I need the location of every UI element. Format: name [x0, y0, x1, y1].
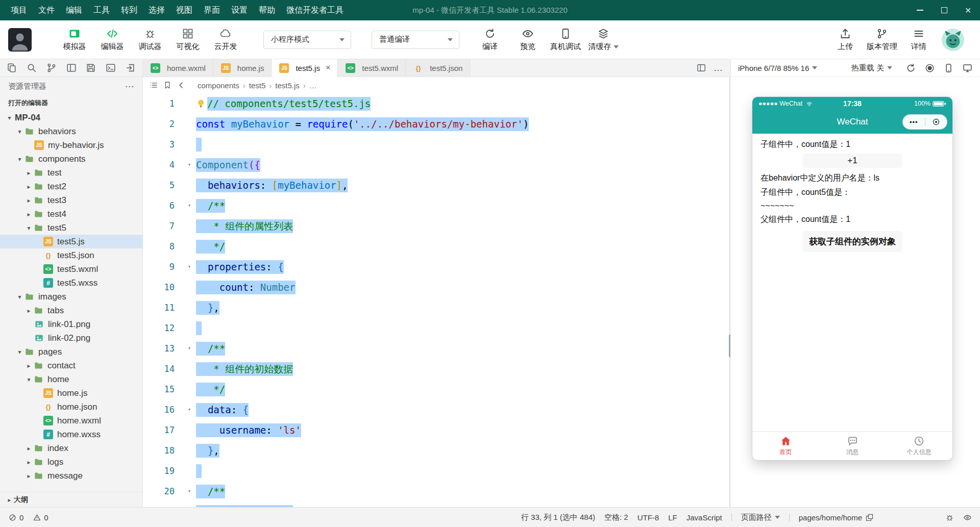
tree-item-test3[interactable]: ▸test3: [0, 193, 142, 207]
maximize-button[interactable]: [932, 0, 956, 20]
breadcrumb-item[interactable]: test5: [249, 81, 266, 90]
more-actions-icon[interactable]: …: [714, 63, 723, 73]
breadcrumb-item[interactable]: …: [309, 81, 317, 90]
cursor-position[interactable]: 行 33, 列 1 (选中 484): [521, 513, 595, 522]
tree-item-home-wxss[interactable]: #home.wxss: [0, 428, 142, 441]
hot-reload-toggle[interactable]: 热重载 关: [851, 63, 884, 73]
debugger-button[interactable]: 调试器: [134, 28, 166, 52]
version-button[interactable]: 版本管理: [866, 28, 898, 52]
open-editors-section[interactable]: 打开的编辑器: [0, 95, 142, 111]
menu-item[interactable]: 微信开发者工具: [281, 0, 349, 20]
breadcrumb-item[interactable]: components: [198, 81, 239, 90]
tree-item-home-json[interactable]: {}home.json: [0, 400, 142, 414]
code-editor[interactable]: components›test5›test5.js›… 1// componen…: [143, 77, 729, 507]
page-path-toggle[interactable]: 页面路径: [741, 513, 780, 522]
tree-item-home-wxml[interactable]: <>home.wxml: [0, 414, 142, 428]
fold-icon[interactable]: ▾: [183, 338, 196, 359]
device-select[interactable]: iPhone 6/7/8 85% 16: [738, 64, 809, 72]
page-path[interactable]: pages/home/home: [799, 513, 874, 522]
close-tab-icon[interactable]: ×: [326, 63, 330, 72]
simulator-button[interactable]: 模拟器: [58, 28, 91, 52]
search-icon[interactable]: [26, 62, 37, 73]
tab-test5-json[interactable]: {}test5.json: [406, 59, 470, 77]
record-icon[interactable]: [924, 63, 935, 73]
tabbar-item-消息[interactable]: 消息: [819, 432, 886, 460]
minimize-button[interactable]: [908, 0, 932, 20]
editor-button[interactable]: 编辑器: [96, 28, 129, 52]
tree-item-test4[interactable]: ▸test4: [0, 207, 142, 221]
tree-item-tabs[interactable]: ▸tabs: [0, 304, 142, 317]
tree-item-images[interactable]: ▾images: [0, 290, 142, 304]
mp-button[interactable]: 获取子组件的实例对象: [802, 231, 902, 252]
menu-item[interactable]: 视图: [170, 0, 198, 20]
save-icon[interactable]: [85, 62, 96, 73]
tab-home-wxml[interactable]: <>home.wxml: [143, 59, 213, 77]
tree-item-test[interactable]: ▸test: [0, 166, 142, 180]
tree-item-test5-wxss[interactable]: #test5.wxss: [0, 276, 142, 290]
list-icon[interactable]: [149, 81, 158, 90]
tree-item-home[interactable]: ▾home: [0, 372, 142, 386]
split-editor-icon[interactable]: [696, 63, 706, 73]
back-icon[interactable]: [177, 81, 186, 90]
compile-mode-select[interactable]: 普通编译: [372, 31, 459, 49]
cloud-button[interactable]: 云开发: [209, 28, 242, 52]
refresh-icon[interactable]: [905, 63, 916, 73]
mode-select[interactable]: 小程序模式: [263, 31, 351, 49]
tree-item-link-02-png[interactable]: link-02.png: [0, 331, 142, 345]
tree-item-contact[interactable]: ▸contact: [0, 359, 142, 372]
clear-cache-button[interactable]: 清缓存: [587, 28, 620, 52]
language-mode[interactable]: JavaScript: [687, 513, 722, 522]
tree-item-test5[interactable]: ▾test5: [0, 221, 142, 235]
tree-item-message[interactable]: ▸message: [0, 469, 142, 483]
tabbar-item-首页[interactable]: 首页: [752, 432, 819, 460]
fold-icon[interactable]: ▾: [183, 195, 196, 216]
terminal-icon[interactable]: [105, 62, 116, 73]
menu-item[interactable]: 编辑: [60, 0, 88, 20]
visual-button[interactable]: 可视化: [172, 28, 204, 52]
remote-debug-button[interactable]: 真机调试: [549, 28, 582, 52]
details-button[interactable]: 详情: [902, 28, 935, 52]
account-avatar[interactable]: [941, 28, 965, 52]
tree-item-index[interactable]: ▸index: [0, 441, 142, 455]
tabbar-item-个人信息[interactable]: 个人信息: [886, 432, 952, 460]
export-icon[interactable]: [125, 62, 136, 73]
encoding-setting[interactable]: UTF-8: [638, 513, 659, 522]
error-count[interactable]: 0: [8, 513, 23, 522]
tree-item-test5-wxml[interactable]: <>test5.wxml: [0, 262, 142, 276]
compile-button[interactable]: 编译: [474, 28, 506, 52]
tree-item-home-js[interactable]: JShome.js: [0, 386, 142, 400]
indent-setting[interactable]: 空格: 2: [604, 513, 628, 522]
tree-item-logs[interactable]: ▸logs: [0, 455, 142, 469]
mp-button[interactable]: +1: [802, 154, 902, 168]
upload-button[interactable]: 上传: [829, 28, 862, 52]
menu-item[interactable]: 转到: [115, 0, 143, 20]
phone-icon[interactable]: [943, 63, 954, 73]
capsule-close-icon[interactable]: [925, 117, 947, 127]
menu-item[interactable]: 项目: [5, 0, 33, 20]
tab-home-js[interactable]: JShome.js: [213, 59, 272, 77]
fold-icon[interactable]: ▾: [183, 257, 196, 277]
tree-item-link-01-png[interactable]: link-01.png: [0, 317, 142, 331]
tree-item-my-behavior-js[interactable]: JSmy-behavior.js: [0, 138, 142, 152]
preview-visibility-icon[interactable]: [963, 513, 972, 522]
fold-icon[interactable]: ▾: [183, 481, 196, 501]
menu-item[interactable]: 选择: [143, 0, 170, 20]
fold-icon[interactable]: ▾: [183, 399, 196, 420]
copy-icon[interactable]: [6, 62, 17, 73]
preview-button[interactable]: 预览: [511, 28, 544, 52]
code-area[interactable]: 1// components/test5/test5.js2const myBe…: [143, 93, 729, 507]
breadcrumb-item[interactable]: test5.js: [275, 81, 300, 90]
more-icon[interactable]: ⋯: [125, 81, 134, 92]
warning-count[interactable]: 0: [33, 513, 48, 522]
tree-item-pages[interactable]: ▾pages: [0, 345, 142, 359]
tree-item-components[interactable]: ▾components: [0, 152, 142, 166]
menu-item[interactable]: 设置: [226, 0, 253, 20]
user-avatar[interactable]: [8, 28, 32, 52]
git-branch-icon[interactable]: [46, 62, 57, 73]
fold-icon[interactable]: ▾: [183, 155, 196, 175]
lightbulb-icon[interactable]: [196, 99, 206, 109]
menu-item[interactable]: 界面: [198, 0, 226, 20]
bookmark-icon[interactable]: [163, 81, 172, 90]
layout-icon[interactable]: [66, 62, 77, 73]
tree-item-test5-js[interactable]: JStest5.js: [0, 235, 142, 248]
